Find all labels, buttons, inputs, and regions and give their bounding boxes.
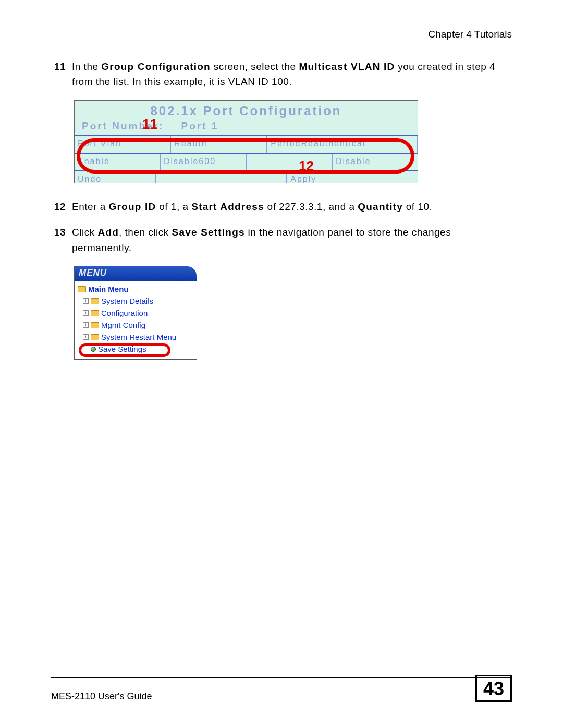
fig1-subtitle: Port Number: Port 1	[75, 120, 418, 132]
step-body: In the Group Configuration screen, selec…	[72, 59, 512, 90]
text: screen, select the	[211, 61, 299, 72]
main-menu-label: Main Menu	[88, 285, 129, 293]
tree-item[interactable]: + System Details	[78, 295, 193, 307]
bold-group-id: Group ID	[109, 201, 156, 212]
header-rule	[51, 42, 512, 42]
fig1-sub-value: Port 1	[181, 120, 219, 131]
text: Enter a	[72, 201, 109, 212]
step-13: 13 Click Add, then click Save Settings i…	[51, 225, 512, 255]
step-12: 12 Enter a Group ID of 1, a Start Addres…	[51, 199, 512, 214]
tree-item[interactable]: + Mgmt Config	[78, 319, 193, 331]
step-11: 11 In the Group Configuration screen, se…	[51, 59, 512, 90]
text: , then click	[119, 227, 172, 238]
folder-icon	[91, 334, 99, 340]
figure-menu-tree: MENU Main Menu + System Details + Config…	[74, 266, 197, 360]
tree-label: System Details	[101, 297, 153, 305]
page-number: 43	[475, 675, 512, 702]
figure-port-config: 802.1x Port Configuration Port Number: P…	[74, 100, 418, 183]
tree-label: Mgmt Config	[101, 320, 145, 329]
bold-mvlan: Multicast VLAN ID	[299, 61, 395, 72]
tree-item[interactable]: + System Restart Menu	[78, 331, 193, 343]
tree-item[interactable]: + Configuration	[78, 307, 193, 319]
bold-start-addr: Start Address	[191, 201, 264, 212]
bold-group-config: Group Configuration	[101, 61, 211, 72]
text: of 10.	[403, 201, 432, 212]
footer: MES-2110 User's Guide 43	[51, 675, 512, 702]
chapter-header: Chapter 4 Tutorials	[51, 29, 512, 40]
fig1-title: 802.1x Port Configuration	[75, 101, 418, 118]
tree-label: Configuration	[101, 309, 148, 317]
folder-icon	[91, 322, 99, 328]
step-body: Click Add, then click Save Settings in t…	[72, 225, 512, 255]
tree-main[interactable]: Main Menu	[78, 283, 193, 295]
text: In the	[72, 61, 101, 72]
expand-icon[interactable]: +	[83, 322, 89, 328]
text: Click	[72, 227, 97, 238]
highlight-ring	[77, 138, 414, 174]
step-number: 12	[51, 199, 66, 214]
bold-add: Add	[97, 227, 119, 238]
folder-icon	[78, 286, 86, 292]
callout-11: 11	[142, 116, 157, 132]
text: of 227.3.3.1, and a	[264, 201, 358, 212]
step-number: 11	[51, 59, 66, 90]
footer-guide: MES-2110 User's Guide	[51, 691, 152, 702]
tree-label: System Restart Menu	[101, 332, 176, 341]
bold-quantity: Quantity	[358, 201, 403, 212]
folder-icon	[91, 298, 99, 304]
menu-header: MENU	[75, 266, 197, 281]
step-body: Enter a Group ID of 1, a Start Address o…	[72, 199, 512, 214]
folder-icon	[91, 310, 99, 316]
step-number: 13	[51, 225, 66, 255]
expand-icon[interactable]: +	[83, 298, 89, 304]
expand-icon[interactable]: +	[83, 310, 89, 316]
text: of 1, a	[156, 201, 191, 212]
bold-save-settings: Save Settings	[172, 227, 245, 238]
highlight-ring-save	[79, 343, 170, 357]
expand-icon[interactable]: +	[83, 334, 89, 340]
